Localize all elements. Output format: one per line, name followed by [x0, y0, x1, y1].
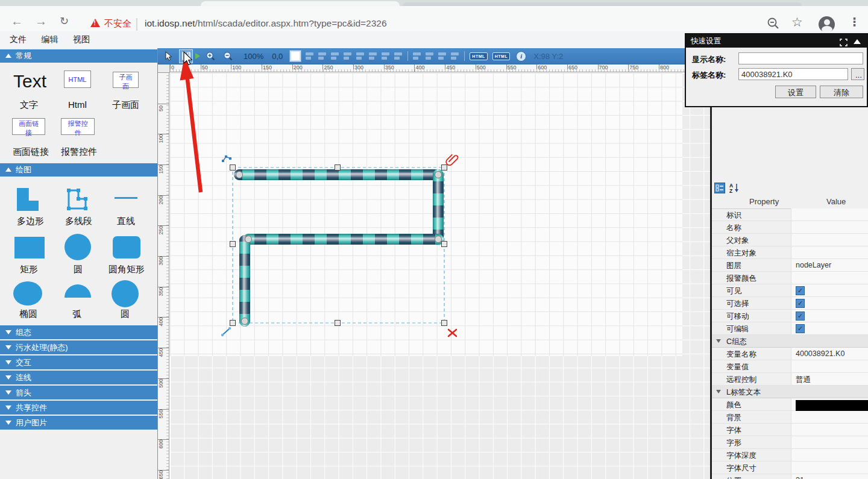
sidebar-section-2[interactable]: 污水处理(静态): [0, 340, 157, 354]
property-row[interactable]: 远程控制普通: [712, 373, 868, 386]
save-button[interactable]: [179, 49, 193, 63]
ellipse-tool-icon[interactable]: [13, 281, 42, 305]
property-value-cell[interactable]: ✓: [791, 322, 868, 334]
dock-icon[interactable]: [840, 37, 848, 45]
property-value-cell[interactable]: ✓: [791, 297, 868, 309]
line-tool-icon[interactable]: [115, 197, 137, 199]
sidebar-section-3[interactable]: 交互: [0, 355, 157, 369]
arc-tool-icon[interactable]: [64, 284, 91, 298]
align-left-button[interactable]: [330, 52, 339, 60]
property-value-cell[interactable]: 普通: [791, 373, 868, 385]
sidebar-section-7[interactable]: 用户图片: [0, 416, 157, 430]
circle2-tool-icon[interactable]: [112, 280, 139, 307]
pipe-segments[interactable]: [234, 169, 444, 327]
property-value-cell[interactable]: [791, 246, 868, 258]
polyline-tool-icon[interactable]: [64, 186, 90, 216]
sidebar-section-4[interactable]: 连线: [0, 371, 157, 384]
property-checkbox[interactable]: ✓: [796, 324, 805, 333]
property-row[interactable]: 变量名称400038921.K0: [712, 348, 868, 360]
property-checkbox[interactable]: ✓: [796, 312, 805, 321]
section-draw[interactable]: 绘图: [0, 163, 157, 177]
quick-settings-titlebar[interactable]: 快速设置: [686, 34, 867, 48]
selection-handles[interactable]: [230, 165, 447, 326]
pipe-drawing[interactable]: [170, 73, 711, 479]
property-value-cell[interactable]: [791, 208, 868, 221]
security-warning-text[interactable]: 不安全: [104, 18, 131, 30]
color-swatch[interactable]: [796, 400, 868, 412]
address-bar[interactable]: iot.idosp.net/html/scada/editor.aspx.htm…: [145, 18, 387, 29]
property-value-cell[interactable]: [791, 462, 868, 474]
property-row[interactable]: 字形: [712, 436, 868, 449]
group-tool[interactable]: [305, 52, 313, 60]
sidebar-section-1[interactable]: 组态: [0, 325, 157, 339]
menu-view[interactable]: 视图: [73, 34, 90, 45]
property-value-cell[interactable]: nodeLayer: [791, 259, 868, 271]
same-size-button[interactable]: [438, 52, 446, 60]
zoom-out-button[interactable]: [221, 49, 235, 63]
design-canvas[interactable]: [170, 73, 711, 479]
text-widget-preview[interactable]: Text: [13, 71, 46, 92]
order-button[interactable]: [450, 52, 459, 60]
html-widget-button[interactable]: HTML: [64, 70, 91, 88]
property-value-cell[interactable]: 400038921.K0: [791, 348, 868, 360]
property-row[interactable]: 位置31: [712, 474, 868, 479]
property-section-row[interactable]: L标签文本: [712, 386, 868, 398]
property-row[interactable]: 背景: [712, 411, 868, 424]
same-height-button[interactable]: [425, 52, 433, 60]
section-general[interactable]: 常规: [0, 49, 157, 63]
alphabetical-sort-icon[interactable]: AZ: [729, 183, 740, 196]
polygon-tool-icon[interactable]: [17, 188, 39, 211]
property-section-row[interactable]: C组态: [712, 335, 868, 348]
set-button[interactable]: 设置: [775, 86, 816, 98]
property-value-cell[interactable]: [791, 449, 868, 461]
circle-tool-icon[interactable]: [64, 234, 91, 260]
pipe-joints[interactable]: [236, 172, 442, 325]
sidebar-section-6[interactable]: 共享控件: [0, 401, 157, 415]
collapse-dialog-icon[interactable]: [854, 39, 861, 44]
property-row[interactable]: 字体尺寸: [712, 462, 868, 474]
property-row[interactable]: 颜色: [712, 398, 868, 411]
clear-button[interactable]: 清除: [820, 86, 863, 98]
page-zoom-icon[interactable]: [767, 17, 780, 33]
zoom-in-button[interactable]: [204, 49, 218, 63]
back-icon[interactable]: ←: [11, 14, 23, 28]
transform-tool[interactable]: [318, 52, 326, 60]
property-row[interactable]: 标识: [712, 208, 868, 221]
rounded-rect-tool-icon[interactable]: [113, 236, 140, 258]
reload-icon[interactable]: ↻: [60, 14, 69, 28]
bookmark-star-icon[interactable]: ☆: [791, 15, 803, 30]
rect-tool-icon[interactable]: [14, 237, 45, 258]
html-import-button[interactable]: HTML: [492, 52, 510, 60]
link-paperclip-icon[interactable]: [446, 155, 458, 165]
property-value-cell[interactable]: [791, 272, 868, 284]
alarm-widget-button[interactable]: 报警控件: [61, 118, 95, 135]
property-row[interactable]: 字体深度: [712, 449, 868, 462]
property-row[interactable]: 父对象: [712, 234, 868, 246]
property-row[interactable]: 变量值: [712, 360, 868, 373]
run-button[interactable]: [195, 53, 200, 59]
property-row[interactable]: 可编辑✓: [712, 322, 868, 335]
html-export-button[interactable]: HTML: [470, 52, 487, 60]
resize-diagonal-icon[interactable]: [221, 327, 231, 336]
pagelink-widget-button[interactable]: 画面链接: [12, 118, 45, 135]
info-button[interactable]: i: [516, 51, 526, 61]
browser-menu-icon[interactable]: ⋮: [849, 15, 860, 29]
align-center-button[interactable]: [343, 52, 351, 60]
select-tool[interactable]: [162, 49, 175, 63]
sidebar-section-5[interactable]: 箭头: [0, 386, 157, 399]
property-checkbox[interactable]: ✓: [796, 286, 805, 295]
property-value-cell[interactable]: ✓: [791, 310, 868, 322]
align-top-button[interactable]: [368, 52, 377, 60]
menu-edit[interactable]: 编辑: [41, 34, 58, 45]
property-value-cell[interactable]: 31: [791, 474, 868, 479]
canvas-grid-toggle[interactable]: [290, 51, 301, 61]
property-row[interactable]: 名称: [712, 221, 868, 234]
browse-tags-button[interactable]: ...: [851, 68, 864, 80]
delete-x-icon[interactable]: [448, 330, 456, 336]
property-value-cell[interactable]: [791, 221, 868, 233]
forward-icon[interactable]: →: [35, 14, 47, 28]
property-row[interactable]: 可选择✓: [712, 297, 868, 310]
categorized-view-icon[interactable]: [714, 183, 725, 196]
subscreen-widget-button[interactable]: 子画面: [113, 72, 139, 88]
property-value-cell[interactable]: [791, 436, 868, 448]
